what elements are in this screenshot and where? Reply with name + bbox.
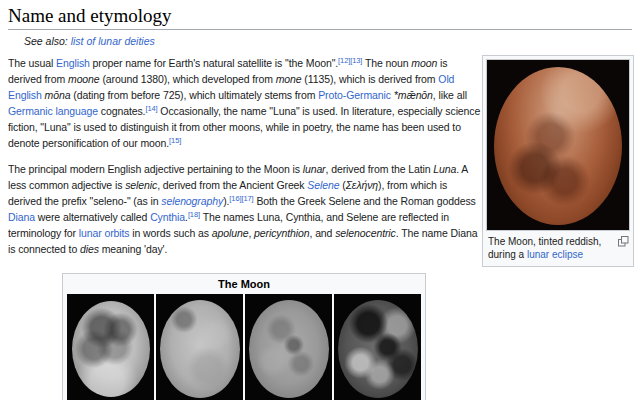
inline-link[interactable]: Diana xyxy=(8,211,35,223)
section-heading: Name and etymology xyxy=(8,5,632,30)
gallery-row: Near side of the Moon Far side of the Mo… xyxy=(67,294,421,400)
text-segment: The noun xyxy=(362,57,411,69)
hatnote: See also: list of lunar deities xyxy=(8,35,632,48)
text-segment: (1135), which is derived from xyxy=(302,73,439,85)
enlarge-icon[interactable] xyxy=(618,236,629,250)
text-segment: dies xyxy=(80,243,99,255)
text-segment: selenocentric xyxy=(335,227,396,239)
text-segment: cognates. xyxy=(98,105,145,117)
inline-link[interactable]: Cynthia xyxy=(150,211,185,223)
near-side-image[interactable] xyxy=(67,294,154,400)
thumbnail-caption: The Moon, tinted reddish, during a lunar… xyxy=(486,231,630,263)
reference-link[interactable]: [14] xyxy=(145,104,157,113)
reference-link[interactable]: [13] xyxy=(350,56,362,65)
text-segment: moon xyxy=(411,57,437,69)
gallery-title: The Moon xyxy=(67,277,421,291)
south-pole-moon-graphic xyxy=(338,300,418,398)
inline-link[interactable]: Proto-Germanic xyxy=(318,89,391,101)
paragraph-adjectives: The principal modern English adjective p… xyxy=(8,161,482,257)
far-side-moon-graphic xyxy=(160,300,240,398)
article-text: The usual English proper name for Earth'… xyxy=(8,55,482,267)
text-segment: in words such as xyxy=(130,227,212,239)
inline-link[interactable]: selenography xyxy=(161,195,223,207)
article-section: Name and etymology See also: list of lun… xyxy=(0,0,640,400)
text-segment: *mǣnōn xyxy=(394,89,433,101)
text-segment: , and xyxy=(310,227,336,239)
red-moon-graphic xyxy=(494,67,622,225)
text-segment: The usual xyxy=(8,57,56,69)
text-segment: moone xyxy=(68,73,100,85)
text-segment: proper name for Earth's natural satellit… xyxy=(90,57,338,69)
text-segment: Luna xyxy=(433,163,456,175)
reference-link[interactable]: [15] xyxy=(169,136,181,145)
eclipse-thumbnail: The Moon, tinted reddish, during a lunar… xyxy=(482,55,634,267)
text-segment: pericynthion xyxy=(254,227,309,239)
text-segment: , like all xyxy=(433,89,467,101)
text-segment: apolune xyxy=(212,227,249,239)
reference-link[interactable]: [12] xyxy=(338,56,350,65)
inline-link[interactable]: list of lunar deities xyxy=(71,35,155,47)
moon-gallery: The Moon Near side of the Moon Far side … xyxy=(62,273,426,400)
gallery-item-far-side: Far side of the Moon xyxy=(156,294,243,400)
far-side-image[interactable] xyxy=(156,294,243,400)
text-segment: (around 1380), which developed from xyxy=(100,73,276,85)
near-side-moon-graphic xyxy=(72,301,150,397)
reference-link[interactable]: [16] xyxy=(229,194,241,203)
paragraph-etymology: The usual English proper name for Earth'… xyxy=(8,55,482,151)
text-segment: (dating from before 725), which ultimate… xyxy=(70,89,318,101)
inline-link[interactable]: lunar eclipse xyxy=(527,249,583,260)
text-segment: Both the Greek Selene and the Roman godd… xyxy=(254,195,476,207)
text-segment: , derived from the Latin xyxy=(326,163,434,175)
inline-link[interactable]: Selene xyxy=(307,179,339,191)
text-segment: mōna xyxy=(45,89,71,101)
gallery-item-north-pole: Lunar north pole xyxy=(245,294,332,400)
text-segment: lunar xyxy=(303,163,326,175)
text-segment: See also: xyxy=(24,35,71,47)
north-pole-moon-graphic xyxy=(249,300,329,398)
text-segment: , derived from the Ancient Greek xyxy=(157,179,307,191)
text-segment: The principal modern English adjective p… xyxy=(8,163,303,175)
inline-link[interactable]: Germanic language xyxy=(8,105,98,117)
eclipse-moon-image[interactable] xyxy=(486,59,630,231)
text-segment: were alternatively called xyxy=(35,211,150,223)
text-segment: Σελήνη xyxy=(346,179,378,191)
text-segment: mone xyxy=(276,73,302,85)
text-segment: selenic xyxy=(125,179,157,191)
text-segment: meaning 'day'. xyxy=(99,243,167,255)
inline-link[interactable]: English xyxy=(56,57,90,69)
reference-link[interactable]: [18] xyxy=(188,210,200,219)
north-pole-image[interactable] xyxy=(245,294,332,400)
inline-link[interactable]: lunar orbits xyxy=(79,227,130,239)
south-pole-image[interactable] xyxy=(334,294,421,400)
gallery-item-near-side: Near side of the Moon xyxy=(67,294,154,400)
section-body: The usual English proper name for Earth'… xyxy=(8,55,632,267)
caption-text: The Moon, tinted reddish, during a lunar… xyxy=(488,235,614,261)
reference-link[interactable]: [17] xyxy=(241,194,253,203)
gallery-item-south-pole: Lunar south pole xyxy=(334,294,421,400)
